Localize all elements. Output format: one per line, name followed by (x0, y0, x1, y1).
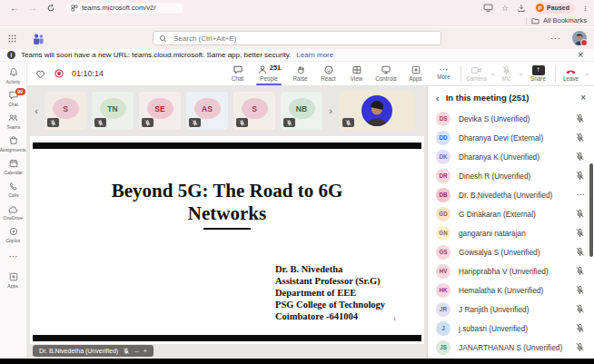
header-more-icon[interactable]: ··· (550, 34, 561, 43)
forward-icon[interactable]: → (28, 0, 37, 15)
participant-row[interactable]: HV Haripprabha V (Unverified) (428, 261, 594, 280)
rail-item-calendar[interactable]: Calendar (0, 155, 27, 178)
bookmark-star-icon[interactable]: ☆ (501, 4, 509, 13)
download-icon[interactable] (517, 4, 526, 13)
slide-title-line2: Networks (30, 202, 424, 225)
site-icon (71, 5, 78, 12)
participant-row[interactable]: DK Dharanya K (Unverified) (428, 147, 594, 166)
search-icon (159, 34, 167, 43)
participant-tile[interactable]: S (233, 92, 275, 130)
strip-scroll-right-icon[interactable]: › (327, 105, 334, 116)
participant-row[interactable]: DD Dharanya Devi (External) (428, 128, 594, 147)
slide-top-rule (33, 143, 421, 149)
paused-badge[interactable]: P Paused (534, 3, 575, 14)
controls-button[interactable]: Controls (371, 62, 401, 85)
rail-item-apps[interactable]: Apps (0, 269, 27, 291)
mic-off-icon[interactable] (575, 113, 585, 123)
all-bookmarks-button[interactable]: All Bookmarks (531, 16, 587, 25)
teams-logo-icon[interactable] (32, 33, 45, 44)
chat-button[interactable]: Chat (223, 62, 252, 85)
mic-off-icon[interactable] (575, 209, 585, 219)
participant-row[interactable]: HK Hemalatha K (Unverified) (428, 280, 594, 300)
panel-title: In this meeting (251) (446, 93, 530, 103)
zoom-out-icon[interactable]: – (134, 348, 138, 355)
meeting-stage: ‹ S TN (27, 86, 427, 359)
view-button[interactable]: View (342, 62, 371, 85)
mic-off-icon[interactable] (575, 171, 585, 181)
participant-row[interactable]: JS JANARTHANAN S (Unverified) (428, 338, 594, 357)
mic-off-icon[interactable] (575, 342, 585, 352)
presenter-pill[interactable]: Dr. B.Nivedetha (Unverified) – + (33, 345, 153, 357)
strip-scroll-left-icon[interactable]: ‹ (33, 105, 40, 116)
mic-off-icon[interactable] (575, 247, 585, 257)
url-bar[interactable]: teams.microsoft.com/v2/ (65, 3, 183, 14)
app-rail: Activity Chat 99 Teams Assignments (0, 62, 27, 359)
participant-more-icon[interactable]: ··· (577, 191, 585, 199)
banner-close-icon[interactable]: × (578, 50, 587, 60)
mic-button[interactable]: Mic (496, 62, 517, 85)
slide-title-underline (203, 228, 251, 230)
participant-row[interactable]: GD G Dinakaran (External) (428, 204, 594, 223)
participant-avatar: JR (436, 302, 450, 317)
rail-item-teams[interactable]: Teams (0, 110, 27, 133)
participant-row[interactable]: DS Devika S (Unverified) (428, 109, 594, 128)
divider (555, 65, 556, 82)
participant-tile[interactable]: SE (139, 92, 181, 130)
banner-learn-more-link[interactable]: Learn more (296, 51, 333, 59)
meeting-toolbar: 01:10:14 Chat 251 People (27, 62, 594, 86)
scrollbar-thumb[interactable] (589, 163, 593, 257)
slide-page-number: 1 (393, 316, 396, 321)
mic-off-icon[interactable] (575, 285, 585, 295)
browser-menu-icon[interactable]: ··· (581, 5, 590, 11)
panel-back-icon[interactable]: ‹ (436, 93, 440, 103)
people-button[interactable]: 251 People (252, 62, 286, 85)
apps-button[interactable]: Apps (401, 62, 430, 85)
mic-off-icon[interactable] (575, 266, 585, 276)
avatar[interactable] (572, 31, 587, 45)
back-icon[interactable]: ← (10, 0, 19, 15)
participant-row[interactable]: JR J Ranjith (Unverified) (428, 300, 594, 319)
camera-button[interactable]: Camera (464, 62, 489, 85)
leave-chevron-icon[interactable]: › (583, 70, 591, 77)
raise-hand-button[interactable]: Raise (286, 62, 314, 85)
participant-row[interactable]: J j.subasri (Unverified) (428, 319, 594, 338)
cast-icon[interactable] (483, 4, 493, 12)
apps-icon (8, 271, 19, 282)
rail-item-onedrive[interactable]: OneDrive (0, 201, 27, 223)
share-button[interactable]: ↑ Share (524, 62, 552, 85)
mic-off-icon[interactable] (575, 152, 585, 162)
participant-name: Dr. B.Nivedetha (Unverified) (459, 191, 577, 200)
more-button[interactable]: ··· More (430, 62, 458, 85)
heart-icon[interactable] (35, 68, 46, 80)
participant-tile[interactable]: S (45, 92, 86, 130)
mic-off-icon[interactable] (575, 323, 585, 333)
waffle-icon[interactable] (7, 34, 17, 44)
participant-tile[interactable]: TN (92, 92, 134, 130)
search-input[interactable] (172, 34, 435, 44)
panel-close-icon[interactable]: × (580, 93, 586, 103)
rail-item-more[interactable]: ··· (0, 246, 27, 269)
participant-row[interactable]: DR Dinesh R (Unverified) (428, 166, 594, 185)
chat-icon (233, 64, 243, 75)
participant-tile[interactable]: AS (186, 92, 228, 130)
participant-tile[interactable]: NB (281, 92, 322, 130)
rail-item-copilot[interactable]: Copilot (0, 223, 27, 246)
rail-item-calls[interactable]: Calls (0, 178, 27, 201)
video-tile[interactable] (339, 91, 415, 131)
rail-item-activity[interactable]: Activity (0, 64, 27, 87)
leave-button[interactable]: Leave (559, 62, 583, 85)
zoom-in-icon[interactable]: + (144, 348, 148, 355)
mic-off-icon[interactable] (575, 304, 585, 314)
participant-row[interactable]: DB Dr. B.Nivedetha (Unverified) ··· (428, 185, 594, 204)
participant-avatar: AS (194, 98, 221, 119)
mic-off-icon[interactable] (575, 133, 585, 143)
mic-off-icon[interactable] (575, 228, 585, 238)
search-bar[interactable] (153, 31, 441, 45)
participant-row[interactable]: GS Gowsalya S (Unverified) (428, 242, 594, 261)
participant-row[interactable]: GN gangarani natarajan (428, 223, 594, 242)
rail-item-chat[interactable]: Chat 99 (0, 87, 27, 110)
reload-icon[interactable] (46, 4, 55, 13)
rail-item-assignments[interactable]: Assignments (0, 133, 27, 155)
react-button[interactable]: React (314, 62, 342, 85)
mic-off-icon (501, 65, 511, 75)
